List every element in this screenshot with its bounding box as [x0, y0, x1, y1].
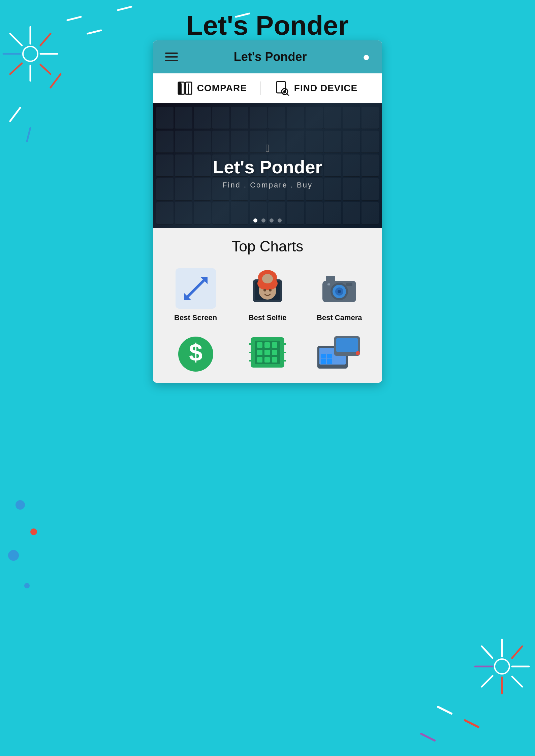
compare-label: COMPARE — [197, 83, 247, 94]
svg-point-0 — [23, 46, 38, 61]
best-selfie-icon — [247, 268, 288, 309]
svg-rect-95 — [327, 359, 332, 364]
svg-rect-74 — [264, 342, 270, 348]
best-screen-label: Best Screen — [174, 313, 217, 322]
svg-line-30 — [512, 677, 522, 687]
svg-text:$: $ — [189, 339, 202, 366]
svg-rect-91 — [336, 338, 358, 352]
svg-line-49 — [187, 280, 204, 297]
carousel-dot-4[interactable] — [278, 218, 282, 222]
svg-line-10 — [88, 30, 101, 34]
svg-rect-76 — [257, 350, 262, 355]
svg-rect-73 — [257, 342, 262, 348]
menu-button[interactable] — [165, 53, 178, 61]
find-device-nav-item[interactable]: FIND DEVICE — [275, 81, 357, 96]
svg-rect-75 — [272, 342, 277, 348]
phone-container: Let's Ponder ● COMPARE — [153, 40, 382, 383]
find-device-label: FIND DEVICE — [294, 83, 357, 94]
svg-line-31 — [438, 707, 451, 714]
best-camera-icon — [319, 268, 359, 309]
svg-line-11 — [51, 74, 61, 88]
best-screen-icon — [176, 268, 216, 309]
svg-rect-62 — [326, 276, 335, 282]
hero-subtitle: Find . Compare . Buy — [222, 181, 313, 190]
svg-line-9 — [67, 17, 81, 20]
carousel-dot-2[interactable] — [261, 218, 265, 222]
svg-line-24 — [512, 646, 522, 658]
best-selfie-item[interactable]: Best Selfie — [235, 268, 300, 322]
svg-rect-80 — [264, 357, 270, 363]
svg-line-2 — [40, 34, 51, 45]
compare-nav-item[interactable]: COMPARE — [178, 81, 247, 96]
svg-point-36 — [8, 550, 19, 561]
svg-point-37 — [24, 583, 30, 588]
svg-line-26 — [482, 646, 493, 658]
carousel-dots — [253, 218, 282, 222]
app-header-title: Let's Ponder — [234, 50, 307, 64]
svg-rect-93 — [327, 354, 332, 358]
svg-line-38 — [118, 7, 131, 10]
best-screen-item[interactable]: Best Screen — [163, 268, 228, 322]
svg-rect-67 — [346, 283, 352, 286]
carousel-dot-3[interactable] — [270, 218, 274, 222]
svg-line-6 — [10, 63, 22, 74]
hero-title: Let's Ponder — [213, 157, 322, 177]
svg-point-22 — [495, 659, 509, 674]
section-title: Top Charts — [153, 228, 382, 258]
svg-line-13 — [27, 128, 30, 141]
svg-rect-94 — [321, 359, 326, 364]
bottom-charts-row: $ — [153, 332, 382, 383]
best-camera-label: Best Camera — [317, 313, 362, 322]
page-title: Let's Ponder — [186, 10, 348, 41]
svg-point-60 — [262, 274, 273, 283]
svg-rect-68 — [327, 283, 330, 285]
svg-rect-44 — [178, 82, 181, 94]
svg-point-57 — [269, 289, 272, 291]
svg-point-96 — [356, 351, 360, 355]
best-computer-item[interactable] — [307, 336, 372, 373]
svg-rect-78 — [272, 350, 277, 355]
svg-line-28 — [482, 676, 493, 687]
best-price-item[interactable]: $ — [163, 336, 228, 373]
app-header: Let's Ponder ● — [153, 40, 382, 73]
svg-line-33 — [421, 734, 435, 741]
svg-point-34 — [15, 500, 25, 510]
compare-icon — [178, 81, 192, 96]
svg-point-56 — [263, 289, 266, 291]
search-icon[interactable]: ● — [363, 50, 370, 64]
hero-banner:  Let's Ponder Find . Compare . Buy — [153, 103, 382, 228]
best-selfie-label: Best Selfie — [249, 313, 287, 322]
best-camera-item[interactable]: Best Camera — [307, 268, 372, 322]
carousel-dot-1[interactable] — [253, 218, 257, 222]
svg-rect-77 — [264, 350, 270, 355]
svg-line-32 — [465, 720, 478, 727]
svg-line-8 — [40, 65, 51, 74]
svg-line-12 — [10, 108, 20, 121]
svg-rect-92 — [321, 354, 326, 358]
navigation-bar: COMPARE FIND DEVICE — [153, 73, 382, 103]
find-device-icon — [275, 81, 289, 96]
svg-point-48 — [283, 90, 286, 93]
svg-line-47 — [287, 94, 289, 96]
svg-rect-79 — [257, 357, 262, 363]
svg-point-35 — [30, 528, 37, 535]
apple-logo:  — [265, 142, 270, 154]
best-processor-item[interactable] — [235, 336, 300, 373]
svg-line-4 — [10, 34, 22, 45]
nav-divider — [260, 81, 261, 95]
svg-point-66 — [338, 290, 341, 293]
charts-grid: Best Screen — [153, 258, 382, 332]
svg-rect-81 — [272, 357, 277, 363]
